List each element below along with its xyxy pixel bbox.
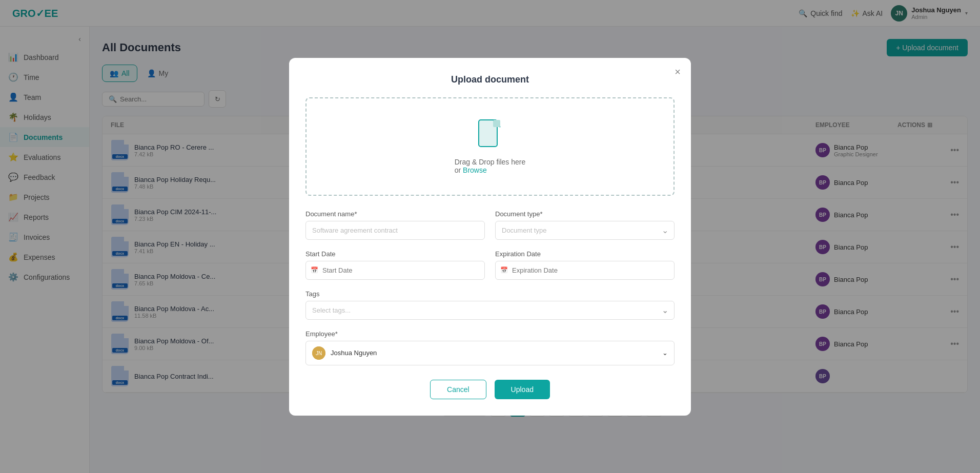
drop-text: Drag & Drop files here or Browse bbox=[455, 158, 526, 174]
modal-actions: Cancel Upload bbox=[305, 380, 675, 399]
expiration-date-wrapper bbox=[495, 261, 675, 280]
form-row-1: Document name* Document type* Document t… bbox=[305, 210, 675, 240]
form-row-2: Start Date Expiration Date bbox=[305, 250, 675, 280]
tags-select[interactable]: Select tags... ⌄ bbox=[305, 301, 675, 320]
employee-label: Employee* bbox=[305, 330, 675, 338]
start-date-label: Start Date bbox=[305, 250, 485, 258]
upload-document-modal: Upload document × Drag & Drop files here… bbox=[289, 58, 691, 416]
drop-zone[interactable]: Drag & Drop files here or Browse bbox=[305, 97, 675, 196]
drop-file-icon bbox=[478, 119, 502, 152]
svg-text:JN: JN bbox=[316, 351, 322, 356]
modal-overlay: Upload document × Drag & Drop files here… bbox=[0, 0, 980, 473]
doc-name-input[interactable] bbox=[305, 221, 485, 240]
start-date-wrapper bbox=[305, 261, 485, 280]
doc-type-label: Document type* bbox=[495, 210, 675, 218]
upload-button[interactable]: Upload bbox=[495, 380, 550, 399]
chevron-down-icon: ⌄ bbox=[662, 349, 668, 357]
employee-name: Joshua Nguyen bbox=[331, 349, 377, 357]
cancel-button[interactable]: Cancel bbox=[430, 380, 486, 399]
doc-type-select-wrapper: Document type bbox=[495, 221, 675, 240]
start-date-input[interactable] bbox=[305, 261, 485, 280]
employee-group: Employee* JN Joshua Nguyen ⌄ bbox=[305, 330, 675, 365]
tags-group: Tags Select tags... ⌄ bbox=[305, 290, 675, 320]
chevron-down-icon: ⌄ bbox=[662, 306, 668, 314]
doc-name-label: Document name* bbox=[305, 210, 485, 218]
app-container: GRO✓EE 🔍 Quick find ✨ Ask AI JN Joshua N… bbox=[0, 0, 980, 473]
tags-select-wrapper: Select tags... ⌄ bbox=[305, 301, 675, 320]
doc-name-group: Document name* bbox=[305, 210, 485, 240]
employee-avatar: JN bbox=[312, 346, 325, 360]
svg-rect-1 bbox=[493, 120, 500, 127]
browse-link[interactable]: Browse bbox=[463, 166, 487, 174]
expiration-date-label: Expiration Date bbox=[495, 250, 675, 258]
doc-type-select[interactable]: Document type bbox=[495, 221, 675, 240]
expiration-date-input[interactable] bbox=[495, 261, 675, 280]
doc-type-group: Document type* Document type bbox=[495, 210, 675, 240]
tags-label: Tags bbox=[305, 290, 675, 298]
modal-close-button[interactable]: × bbox=[675, 66, 681, 78]
start-date-group: Start Date bbox=[305, 250, 485, 280]
employee-select[interactable]: JN Joshua Nguyen ⌄ bbox=[305, 341, 675, 365]
modal-title: Upload document bbox=[305, 74, 675, 85]
expiration-date-group: Expiration Date bbox=[495, 250, 675, 280]
